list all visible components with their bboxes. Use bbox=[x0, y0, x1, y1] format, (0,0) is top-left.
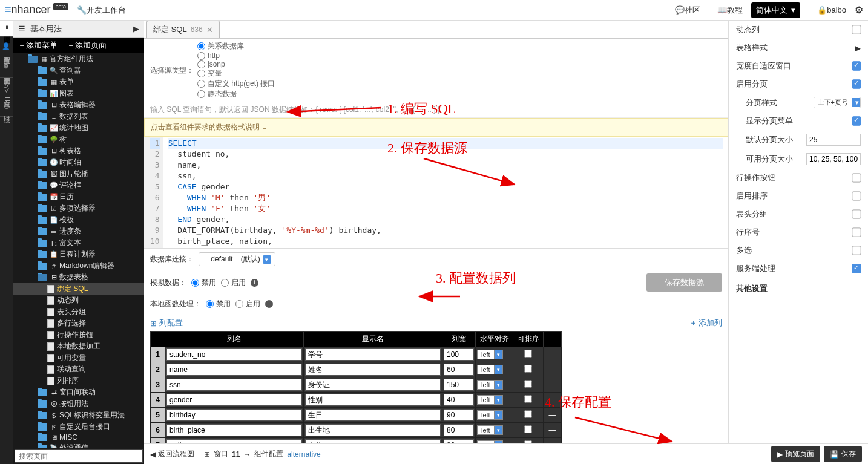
save-datasource-button[interactable]: 保存数据源 bbox=[646, 273, 722, 292]
info-icon[interactable]: i bbox=[265, 300, 273, 308]
auto-width-checkbox[interactable] bbox=[852, 61, 861, 70]
remove-row-button[interactable]: — bbox=[544, 377, 562, 393]
sortable-checkbox[interactable] bbox=[524, 350, 532, 358]
save-button[interactable]: 💾保存 bbox=[824, 446, 862, 462]
avail-page-size-input[interactable] bbox=[806, 153, 861, 165]
mock-enable-radio[interactable] bbox=[221, 279, 229, 287]
tree-folder[interactable]: 📅日历 bbox=[13, 191, 144, 203]
tree-folder[interactable]: 📋日程计划器 bbox=[13, 249, 144, 260]
display-name-input[interactable] bbox=[305, 394, 441, 406]
sortable-checkbox[interactable] bbox=[524, 410, 532, 418]
multi-select-checkbox[interactable] bbox=[852, 246, 861, 255]
col-width-input[interactable] bbox=[444, 364, 474, 376]
tree-folder[interactable]: ⊞树表格 bbox=[13, 145, 144, 157]
tree-folder[interactable]: ≡数据列表 bbox=[13, 111, 144, 122]
tree-page[interactable]: 多行选择 bbox=[13, 318, 144, 329]
tree-folder[interactable]: 📄模板 bbox=[13, 214, 144, 226]
page-style-select[interactable]: 上下+页号▾ bbox=[814, 97, 861, 108]
source-type-radio[interactable] bbox=[197, 60, 205, 68]
tree-folder[interactable]: ⦿按钮用法 bbox=[13, 398, 144, 410]
tree-folder[interactable]: ═进度条 bbox=[13, 226, 144, 237]
tree-folder[interactable]: ▦表单 bbox=[13, 76, 144, 88]
table-style-expand[interactable]: ▶ bbox=[855, 44, 861, 53]
show-paging-menu-checkbox[interactable] bbox=[852, 116, 861, 125]
tree-folder[interactable]: 🌳树 bbox=[13, 134, 144, 145]
source-type-radio[interactable] bbox=[197, 52, 205, 60]
tree-folder[interactable]: 🔍查询器 bbox=[13, 65, 144, 76]
remove-row-button[interactable]: — bbox=[544, 408, 562, 423]
tree-page[interactable]: 列排序 bbox=[13, 375, 144, 387]
align-select[interactable]: left▾ bbox=[477, 350, 511, 359]
tree-page[interactable]: 可用变量 bbox=[13, 352, 144, 364]
sortable-checkbox[interactable] bbox=[524, 425, 532, 433]
paging-checkbox[interactable] bbox=[852, 79, 861, 88]
display-name-input[interactable] bbox=[305, 409, 441, 421]
col-width-input[interactable] bbox=[444, 409, 474, 421]
sortable-checkbox[interactable] bbox=[524, 395, 532, 403]
tree-folder[interactable]: ⊞表格编辑器 bbox=[13, 99, 144, 111]
left-tab-global[interactable]: ⚙全局配置 bbox=[0, 57, 13, 78]
sortable-checkbox[interactable] bbox=[524, 365, 532, 373]
tree-folder[interactable]: ⊞数据表格 bbox=[13, 272, 144, 283]
header-group-checkbox[interactable] bbox=[852, 209, 861, 218]
localfn-disable-radio[interactable] bbox=[206, 300, 214, 308]
display-name-input[interactable] bbox=[305, 364, 441, 376]
forward-icon[interactable]: ▶ bbox=[133, 24, 139, 33]
left-tab-page-mgmt[interactable]: ≡页面管理 bbox=[0, 21, 13, 37]
sql-editor[interactable]: 12345678910 SELECT student_no, name, ssn… bbox=[144, 137, 728, 249]
col-name-input[interactable] bbox=[166, 364, 302, 376]
tree-page[interactable]: 表头分组 bbox=[13, 306, 144, 318]
col-width-input[interactable] bbox=[444, 379, 474, 391]
align-select[interactable]: left▾ bbox=[477, 395, 511, 405]
source-type-radio[interactable] bbox=[197, 80, 205, 88]
add-column-button[interactable]: ＋添加列 bbox=[689, 318, 722, 328]
preview-page-button[interactable]: ▶预览页面 bbox=[771, 446, 820, 462]
workbench-link[interactable]: 🔧 开发工作台 bbox=[77, 5, 126, 16]
mock-disable-radio[interactable] bbox=[191, 279, 199, 287]
source-type-radio[interactable] bbox=[197, 70, 205, 77]
display-name-input[interactable] bbox=[305, 424, 441, 436]
col-name-input[interactable] bbox=[166, 348, 302, 361]
tree-folder[interactable]: 📈统计地图 bbox=[13, 122, 144, 134]
align-select[interactable]: left▾ bbox=[477, 425, 511, 435]
tree-folder[interactable]: 🕐时间轴 bbox=[13, 157, 144, 168]
col-name-input[interactable] bbox=[166, 409, 302, 421]
info-icon[interactable]: i bbox=[251, 279, 258, 287]
nav-tree[interactable]: ▦官方组件用法🔍查询器▦表单📊图表⊞表格编辑器≡数据列表📈统计地图🌳树⊞树表格🕐… bbox=[13, 53, 144, 448]
default-page-size-input[interactable] bbox=[806, 134, 861, 146]
tree-folder[interactable]: ⎘自定义后台接口 bbox=[13, 421, 144, 433]
enable-sort-checkbox[interactable] bbox=[852, 191, 861, 200]
tree-folder[interactable]: ☑多项选择器 bbox=[13, 203, 144, 214]
tree-folder[interactable]: ▦官方组件用法 bbox=[13, 53, 144, 65]
row-num-checkbox[interactable] bbox=[852, 227, 861, 237]
tree-folder[interactable]: ⇄窗口间联动 bbox=[13, 387, 144, 398]
col-name-input[interactable] bbox=[166, 394, 302, 406]
tree-folder[interactable]: $SQL标识符变量用法 bbox=[13, 410, 144, 421]
tree-page[interactable]: 行操作按钮 bbox=[13, 329, 144, 341]
info-banner[interactable]: 点击查看组件要求的数据格式说明 ⌄ bbox=[144, 118, 728, 137]
col-name-input[interactable] bbox=[166, 379, 302, 391]
sortable-checkbox[interactable] bbox=[524, 380, 532, 388]
burger-icon[interactable]: ☰ bbox=[18, 24, 25, 33]
align-select[interactable]: left▾ bbox=[477, 365, 511, 374]
search-input[interactable] bbox=[15, 449, 143, 463]
col-width-input[interactable] bbox=[444, 424, 474, 436]
tree-page[interactable]: 动态列 bbox=[13, 295, 144, 306]
left-tab-http[interactable]: </>自定义 Http 接口 bbox=[0, 78, 13, 116]
col-width-input[interactable] bbox=[444, 348, 474, 361]
remove-row-button[interactable]: — bbox=[544, 423, 562, 438]
db-connection-select[interactable]: __default__(默认)▾ bbox=[199, 252, 275, 266]
row-actions-checkbox[interactable] bbox=[852, 173, 861, 182]
left-tab-role[interactable]: 👤角色配置 bbox=[0, 37, 13, 57]
dynamic-col-checkbox[interactable] bbox=[852, 25, 861, 34]
display-name-input[interactable] bbox=[305, 379, 441, 391]
user-menu[interactable]: 🔒 baibo bbox=[817, 5, 846, 15]
tab-bind-sql[interactable]: 绑定 SQL 636 ✕ bbox=[146, 21, 220, 38]
tree-page[interactable]: 本地数据加工 bbox=[13, 341, 144, 352]
tree-folder[interactable]: 🖥MISC bbox=[13, 433, 144, 442]
add-menu-button[interactable]: ＋添加菜单 bbox=[18, 40, 58, 51]
tree-folder[interactable]: 📡外设通信 bbox=[13, 442, 144, 448]
tree-folder[interactable]: 💬评论框 bbox=[13, 180, 144, 191]
tree-folder[interactable]: 📊图表 bbox=[13, 88, 144, 99]
col-name-input[interactable] bbox=[166, 424, 302, 436]
